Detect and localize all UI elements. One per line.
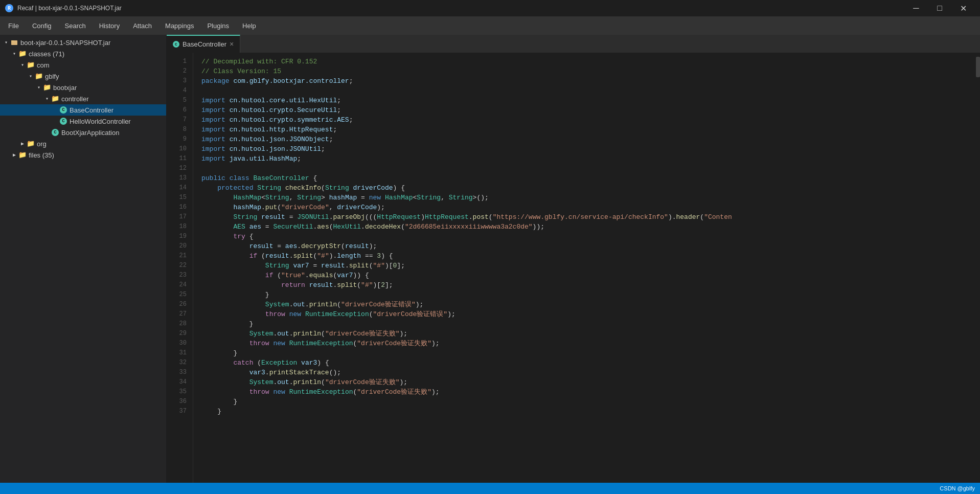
- folder-icon-com: 📁: [27, 61, 35, 69]
- code-line-2: // Class Version: 15: [201, 66, 975, 76]
- ln-26: 26: [167, 300, 193, 309]
- code-line-27: throw new RuntimeException("driverCode验证…: [201, 309, 975, 319]
- code-line-14: protected String checkInfo(String driver…: [201, 183, 975, 193]
- ln-16: 16: [167, 203, 193, 212]
- tab-label: BaseController: [183, 40, 226, 48]
- tab-close-button[interactable]: ×: [230, 40, 234, 49]
- tree-arrow-root: ▾: [2, 39, 10, 46]
- code-line-30: throw new RuntimeException("driverCode验证…: [201, 339, 975, 348]
- code-line-29: System.out.println("driverCode验证失败");: [201, 329, 975, 339]
- code-line-33: var3.printStackTrace();: [201, 368, 975, 377]
- tree-root[interactable]: ▾ boot-xjar-0.0.1-SNAPSHOT.jar: [0, 37, 166, 48]
- ln-2: 2: [167, 66, 193, 76]
- tree-label-files: files (35): [29, 151, 54, 159]
- tree-gblfy[interactable]: ▾ 📁 gblfy: [0, 71, 166, 82]
- ln-17: 17: [167, 212, 193, 222]
- code-line-7: import cn.hutool.crypto.symmetric.AES;: [201, 115, 975, 125]
- menu-search[interactable]: Search: [59, 20, 92, 32]
- ln-9: 9: [167, 134, 193, 144]
- tree-controller[interactable]: ▾ 📁 controller: [0, 93, 166, 104]
- tree-classes[interactable]: ▾ 📁 classes (71): [0, 48, 166, 59]
- ln-35: 35: [167, 387, 193, 397]
- code-line-3: package com.gblfy.bootxjar.controller;: [201, 76, 975, 86]
- code-line-23: if ("true".equals(var7)) {: [201, 271, 975, 280]
- code-line-21: if (result.split("#").length == 3) {: [201, 251, 975, 261]
- code-line-34: System.out.println("driverCode验证失败");: [201, 377, 975, 387]
- menu-config[interactable]: Config: [26, 20, 58, 32]
- title-bar-left: R Recaf | boot-xjar-0.0.1-SNAPSHOT.jar: [5, 4, 122, 12]
- code-line-10: import cn.hutool.json.JSONUtil;: [201, 144, 975, 154]
- ln-15: 15: [167, 193, 193, 203]
- ln-30: 30: [167, 339, 193, 348]
- main-content: ▾ boot-xjar-0.0.1-SNAPSHOT.jar ▾ 📁 class…: [0, 35, 980, 483]
- tree-label-hwc: HelloWorldController: [70, 118, 131, 125]
- ln-31: 31: [167, 348, 193, 358]
- ln-36: 36: [167, 397, 193, 407]
- class-icon-hwc: C: [59, 117, 67, 125]
- code-line-1: // Decompiled with: CFR 0.152: [201, 57, 975, 66]
- menu-plugins[interactable]: Plugins: [201, 20, 235, 32]
- tree-label-basecontroller: BaseController: [70, 106, 113, 114]
- ln-8: 8: [167, 125, 193, 134]
- tree-arrow-org: ▶: [18, 141, 27, 147]
- menu-bar: File Config Search History Attach Mappin…: [0, 16, 980, 35]
- code-line-36: }: [201, 397, 975, 407]
- code-line-26: System.out.println("driverCode验证错误");: [201, 300, 975, 309]
- ln-22: 22: [167, 261, 193, 271]
- code-line-20: result = aes.decryptStr(result);: [201, 241, 975, 251]
- code-line-5: import cn.hutool.core.util.HexUtil;: [201, 96, 975, 105]
- folder-icon-org: 📁: [27, 140, 35, 148]
- sidebar: ▾ boot-xjar-0.0.1-SNAPSHOT.jar ▾ 📁 class…: [0, 35, 167, 483]
- menu-file[interactable]: File: [2, 20, 25, 32]
- tree-bootxjar[interactable]: ▾ 📁 bootxjar: [0, 82, 166, 93]
- window-controls: ─ □ ✕: [904, 0, 975, 16]
- menu-attach[interactable]: Attach: [127, 20, 158, 32]
- ln-4: 4: [167, 86, 193, 96]
- menu-mappings[interactable]: Mappings: [159, 20, 200, 32]
- tree-files[interactable]: ▶ 📁 files (35): [0, 149, 166, 161]
- folder-icon-controller: 📁: [51, 95, 59, 103]
- code-line-17: String result = JSONUtil.parseObj(((Http…: [201, 212, 975, 222]
- tab-basecontroller[interactable]: C BaseController ×: [167, 35, 240, 53]
- maximize-button[interactable]: □: [928, 0, 951, 16]
- tree-label-bxa: BootXjarApplication: [61, 129, 119, 137]
- tree-bootxjarapplication[interactable]: C BootXjarApplication: [0, 127, 166, 138]
- code-line-11: import java.util.HashMap;: [201, 154, 975, 164]
- minimize-button[interactable]: ─: [904, 0, 928, 16]
- ln-1: 1: [167, 57, 193, 66]
- title-bar: R Recaf | boot-xjar-0.0.1-SNAPSHOT.jar ─…: [0, 0, 980, 16]
- line-numbers: 1 2 3 4 5 6 7 8 9 10 11 12 13 14 15 16 1…: [167, 53, 193, 483]
- tree-org[interactable]: ▶ 📁 org: [0, 138, 166, 149]
- menu-help[interactable]: Help: [236, 20, 262, 32]
- tab-bar: C BaseController ×: [167, 35, 980, 53]
- code-line-8: import cn.hutool.http.HttpRequest;: [201, 125, 975, 134]
- status-bar: CSDN @gblfy: [0, 483, 980, 494]
- tab-class-icon: C: [173, 41, 179, 48]
- status-text: CSDN @gblfy: [940, 485, 975, 491]
- tree-arrow-classes: ▾: [10, 51, 18, 57]
- class-icon-bxa: C: [51, 128, 59, 137]
- root-icon: [10, 38, 18, 47]
- code-line-16: hashMap.put("driverCode", driverCode);: [201, 203, 975, 212]
- ln-29: 29: [167, 329, 193, 339]
- code-line-6: import cn.hutool.crypto.SecureUtil;: [201, 105, 975, 115]
- ln-25: 25: [167, 290, 193, 300]
- ln-37: 37: [167, 407, 193, 416]
- menu-history[interactable]: History: [93, 20, 126, 32]
- tree-label-classes: classes (71): [29, 50, 64, 58]
- ln-21: 21: [167, 251, 193, 261]
- ln-10: 10: [167, 144, 193, 154]
- tree-view[interactable]: ▾ boot-xjar-0.0.1-SNAPSHOT.jar ▾ 📁 class…: [0, 35, 166, 483]
- code-content[interactable]: // Decompiled with: CFR 0.152 // Class V…: [193, 53, 975, 483]
- vertical-scrollbar[interactable]: [975, 53, 980, 483]
- tree-label-controller: controller: [61, 95, 88, 103]
- tree-basecontroller[interactable]: C BaseController: [0, 104, 166, 116]
- ln-14: 14: [167, 183, 193, 193]
- close-button[interactable]: ✕: [951, 0, 975, 16]
- tree-label-bootxjar: bootxjar: [53, 84, 77, 92]
- tree-label-gblfy: gblfy: [45, 73, 59, 80]
- tree-com[interactable]: ▾ 📁 com: [0, 59, 166, 71]
- code-line-28: }: [201, 319, 975, 329]
- tree-helloworldcontroller[interactable]: C HelloWorldController: [0, 116, 166, 127]
- code-line-15: HashMap<String, String> hashMap = new Ha…: [201, 193, 975, 203]
